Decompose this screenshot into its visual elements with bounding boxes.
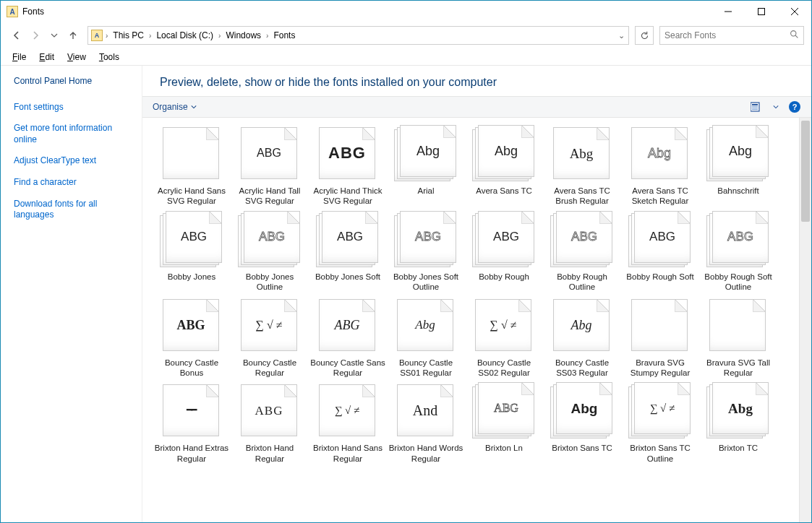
forward-button[interactable] — [27, 27, 44, 44]
font-item[interactable]: ABGBouncy Castle Sans Regular — [309, 297, 387, 379]
sidebar-link[interactable]: Find a character — [14, 177, 134, 189]
sidebar: Control Panel Home Font settings Get mor… — [1, 66, 142, 522]
up-button[interactable] — [64, 27, 82, 44]
chevron-down-icon[interactable]: ⌄ — [617, 31, 625, 40]
font-label: Bouncy Castle SS01 Regular — [388, 358, 463, 379]
font-thumbnail: ABG — [160, 297, 223, 355]
font-label: Avera Sans TC Brush Regular — [544, 186, 620, 207]
font-thumbnail: ABG — [550, 211, 614, 269]
font-item[interactable]: ABGBobby Rough — [465, 211, 543, 293]
font-item[interactable]: AndBrixton Hand Words Regular — [387, 382, 465, 464]
font-label: Bobby Rough Soft Outline — [701, 272, 776, 293]
page-heading: Preview, delete, show or hide the fonts … — [142, 66, 811, 96]
font-thumbnail: Abg — [550, 382, 614, 440]
close-button[interactable] — [778, 1, 811, 22]
body: Control Panel Home Font settings Get mor… — [1, 66, 811, 522]
menu-tools[interactable]: Tools — [93, 51, 125, 64]
font-thumbnail: ABG — [706, 211, 770, 269]
font-label: Brixton Hand Words Regular — [388, 443, 463, 464]
font-item[interactable]: ABGAcrylic Hand Thick SVG Regular — [309, 125, 387, 207]
font-sample: ABG — [181, 230, 207, 243]
font-item[interactable]: AbgBouncy Castle SS03 Regular — [543, 297, 621, 379]
font-item[interactable]: ∑ √ ≠Bouncy Castle SS02 Regular — [465, 297, 543, 379]
scrollbar-thumb[interactable] — [801, 121, 810, 222]
font-sample: Abg — [648, 147, 671, 160]
font-sample: ABG — [257, 147, 281, 159]
font-thumbnail: ABG — [160, 211, 223, 269]
address-bar[interactable]: A › This PC › Local Disk (C:) › Windows … — [87, 26, 629, 45]
font-item[interactable]: ABGBobby Jones Soft — [309, 211, 387, 293]
font-item[interactable]: Bravura SVG Stumpy Regular — [621, 297, 699, 379]
font-item[interactable]: ABGBobby Rough Soft Outline — [699, 211, 777, 293]
menu-view[interactable]: View — [61, 51, 92, 64]
font-thumbnail — [160, 125, 223, 183]
font-thumbnail: ABG — [628, 211, 692, 269]
view-dropdown[interactable] — [768, 99, 784, 115]
font-item[interactable]: ABGBrixton Hand Regular — [231, 382, 309, 464]
sidebar-link[interactable]: Adjust ClearType text — [14, 155, 134, 167]
font-item[interactable]: AbgAvera Sans TC Sketch Regular — [621, 125, 699, 207]
font-sample: ∑ √ ≠ — [256, 319, 283, 331]
font-item[interactable]: ABGAcrylic Hand Tall SVG Regular — [231, 125, 309, 207]
font-item[interactable]: ∑ √ ≠Bouncy Castle Regular — [231, 297, 309, 379]
main-pane: Preview, delete, show or hide the fonts … — [142, 66, 811, 522]
help-button[interactable]: ? — [787, 99, 803, 115]
font-thumbnail: ABG — [316, 297, 380, 355]
menu-file[interactable]: File — [7, 51, 32, 64]
app-icon: A — [7, 6, 18, 17]
font-item[interactable]: AbgBahnschrift — [699, 125, 777, 207]
font-label: Brixton Hand Extras Regular — [154, 443, 229, 464]
font-sample: Abg — [729, 144, 752, 157]
font-item[interactable]: ∑ √ ≠Brixton Hand Sans Regular — [309, 382, 387, 464]
font-sample: ABG — [571, 230, 597, 243]
font-thumbnail: ABG — [472, 211, 536, 269]
menu-edit[interactable]: Edit — [33, 51, 60, 64]
refresh-button[interactable] — [635, 26, 654, 45]
font-thumbnail: Abg — [628, 125, 692, 183]
font-item[interactable]: ABGBouncy Castle Bonus — [153, 297, 231, 379]
font-sample: ━━ — [187, 405, 195, 415]
font-item[interactable]: ∑ √ ≠Brixton Sans TC Outline — [621, 382, 699, 464]
font-thumbnail: Abg — [550, 297, 614, 355]
font-item[interactable]: AbgBouncy Castle SS01 Regular — [387, 297, 465, 379]
font-item[interactable]: ━━Brixton Hand Extras Regular — [153, 382, 231, 464]
breadcrumb[interactable]: This PC — [111, 30, 146, 40]
sidebar-home[interactable]: Control Panel Home — [14, 76, 134, 87]
minimize-button[interactable] — [711, 1, 745, 22]
back-button[interactable] — [8, 27, 25, 44]
breadcrumb[interactable]: Local Disk (C:) — [154, 30, 215, 40]
font-thumbnail: Abg — [706, 125, 770, 183]
sidebar-link[interactable]: Download fonts for all languages — [14, 199, 134, 221]
font-item[interactable]: Acrylic Hand Sans SVG Regular — [153, 125, 231, 207]
font-item[interactable]: Bravura SVG Tall Regular — [699, 297, 777, 379]
font-item[interactable]: ABGBrixton Ln — [465, 382, 543, 464]
font-item[interactable]: AbgBrixton Sans TC — [543, 382, 621, 464]
vertical-scrollbar[interactable] — [799, 118, 811, 522]
font-item[interactable]: ABGBobby Rough Soft — [621, 211, 699, 293]
font-item[interactable]: AbgBrixton TC — [699, 382, 777, 464]
font-thumbnail: And — [394, 382, 458, 440]
breadcrumb[interactable]: Fonts — [271, 30, 297, 40]
font-item[interactable]: ABGBobby Jones Soft Outline — [387, 211, 465, 293]
font-label: Brixton TC — [701, 443, 776, 453]
recent-dropdown[interactable] — [46, 27, 63, 44]
maximize-button[interactable] — [745, 1, 778, 22]
font-label: Avera Sans TC Sketch Regular — [623, 186, 698, 207]
font-label: Bobby Jones Soft — [310, 272, 385, 282]
font-item[interactable]: AbgAvera Sans TC Brush Regular — [543, 125, 621, 207]
font-item[interactable]: ABGBobby Jones — [153, 211, 231, 293]
search-icon — [790, 30, 799, 41]
sidebar-link[interactable]: Font settings — [14, 102, 134, 113]
organise-button[interactable]: Organise — [150, 100, 200, 114]
breadcrumb[interactable]: Windows — [223, 30, 263, 40]
font-label: Bravura SVG Stumpy Regular — [623, 358, 698, 379]
font-item[interactable]: ABGBobby Rough Outline — [543, 211, 621, 293]
font-item[interactable]: AbgAvera Sans TC — [465, 125, 543, 207]
search-box[interactable]: Search Fonts — [659, 26, 804, 45]
view-options-button[interactable] — [749, 99, 765, 115]
search-placeholder: Search Fonts — [664, 30, 716, 40]
font-item[interactable]: AbgArial — [387, 125, 465, 207]
sidebar-link[interactable]: Get more font information online — [14, 123, 134, 145]
font-sample: ABG — [727, 230, 753, 243]
font-item[interactable]: ABGBobby Jones Outline — [231, 211, 309, 293]
